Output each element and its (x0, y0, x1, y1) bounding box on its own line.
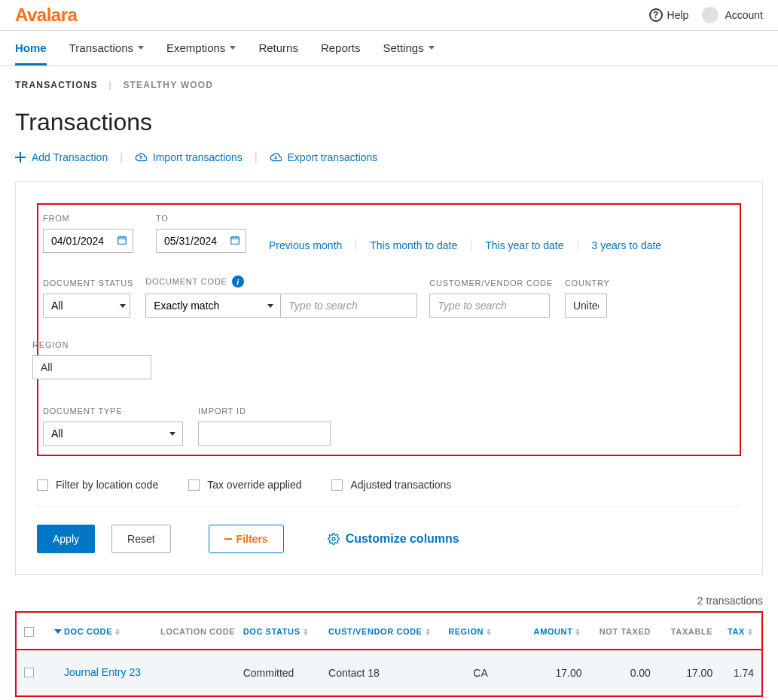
account-menu[interactable]: Account (702, 7, 763, 23)
country-input[interactable] (565, 294, 607, 318)
import-id-input[interactable] (198, 422, 331, 446)
chevron-down-icon (429, 46, 435, 50)
region-label: REGION (32, 340, 151, 349)
doc-status-label: DOCUMENT STATUS (43, 278, 133, 288)
breadcrumb-main[interactable]: TRANSACTIONS (15, 80, 98, 90)
result-count: 2 transactions (0, 575, 778, 611)
doc-type-select[interactable]: All (43, 422, 183, 446)
tax-override-check[interactable]: Tax override applied (188, 479, 301, 491)
quicklink[interactable]: Previous month (269, 239, 355, 251)
table-header: DOC CODE LOCATION CODE DOC STATUS CUST/V… (17, 613, 761, 650)
gear-icon (328, 533, 340, 545)
table-row: Journal Entry 23CommittedContact 18CA17.… (17, 649, 761, 695)
results-table: DOC CODE LOCATION CODE DOC STATUS CUST/V… (15, 611, 763, 697)
divider (37, 506, 741, 507)
import-id-field: IMPORT ID (198, 406, 331, 446)
nav-home[interactable]: Home (15, 31, 47, 65)
doc-code-search-input[interactable] (280, 294, 417, 318)
doc-type-label: DOCUMENT TYPE (43, 406, 183, 415)
help-link[interactable]: ? Help (649, 8, 689, 22)
calendar-icon[interactable] (117, 235, 127, 245)
import-transactions-button[interactable]: Import transactions (135, 151, 243, 163)
cell-cust: Contact 18 (328, 667, 448, 679)
reset-button[interactable]: Reset (111, 525, 171, 553)
filters-btn-label: Filters (236, 533, 268, 545)
cell-not-taxed: 0.00 (581, 667, 650, 679)
th-region[interactable]: REGION (448, 627, 513, 636)
th-location[interactable]: LOCATION CODE (160, 627, 243, 636)
nav-reports[interactable]: Reports (321, 31, 361, 65)
to-label: TO (156, 214, 246, 223)
checkbox-icon (37, 479, 48, 491)
nav-transactions[interactable]: Transactions (69, 31, 144, 65)
svg-point-2 (332, 537, 335, 540)
info-icon[interactable]: i (232, 275, 244, 288)
nav-settings[interactable]: Settings (383, 31, 434, 65)
sep: | (255, 151, 258, 163)
help-label: Help (667, 9, 689, 21)
cell-status: Committed (243, 667, 328, 679)
doc-code-match-select[interactable]: Exactly match (145, 294, 281, 318)
th-cust-vendor[interactable]: CUST/VENDOR CODE (328, 627, 448, 636)
account-label: Account (725, 9, 763, 21)
adjusted-check[interactable]: Adjusted transactions (331, 479, 451, 491)
check-adjusted-label: Adjusted transactions (350, 479, 451, 491)
import-label: Import transactions (153, 151, 243, 163)
filter-panel: FROM TO Previous monthThis month to date… (15, 181, 763, 575)
th-doc-code[interactable]: DOC CODE (64, 627, 160, 636)
apply-button[interactable]: Apply (37, 525, 95, 553)
export-label: Export transactions (288, 151, 378, 163)
th-taxable[interactable]: TAXABLE (651, 627, 712, 636)
th-not-taxed[interactable]: NOT TAXED (581, 627, 650, 636)
cell-tax: 1.74 (712, 667, 754, 679)
sep: | (120, 151, 123, 163)
page-title: Transactions (0, 90, 778, 151)
select-all-checkbox[interactable] (24, 627, 34, 637)
sort-icon (575, 628, 581, 635)
sort-icon (304, 628, 310, 635)
row-checkbox[interactable] (24, 668, 34, 677)
nav-returns[interactable]: Returns (258, 31, 298, 65)
nav-exemptions[interactable]: Exemptions (166, 31, 236, 65)
cell-amount: 17.00 (513, 667, 581, 679)
th-doc-status[interactable]: DOC STATUS (243, 627, 328, 636)
help-icon: ? (649, 8, 663, 22)
th-amount[interactable]: AMOUNT (513, 627, 581, 636)
customize-columns-link[interactable]: Customize columns (328, 532, 459, 546)
sort-icon (487, 628, 493, 635)
cust-input[interactable] (429, 294, 550, 318)
quicklink[interactable]: 3 years to date (578, 239, 676, 251)
th-tax[interactable]: TAX (712, 627, 754, 636)
filter-location-check[interactable]: Filter by location code (37, 479, 158, 491)
chevron-down-icon (138, 46, 144, 50)
add-transaction-label: Add Transaction (32, 151, 108, 163)
from-field: FROM (43, 214, 133, 253)
add-transaction-button[interactable]: Add Transaction (15, 151, 108, 163)
plus-icon (15, 152, 26, 163)
topbar: Avalara ? Help Account (0, 0, 778, 31)
doc-status-field: DOCUMENT STATUS All (43, 278, 133, 318)
doc-code-link[interactable]: Journal Entry 23 (64, 666, 141, 678)
to-field: TO (156, 214, 246, 253)
from-label: FROM (43, 214, 133, 223)
checkbox-icon (331, 479, 343, 491)
main-nav: HomeTransactionsExemptionsReturnsReports… (0, 31, 778, 66)
doc-status-select[interactable]: All (43, 294, 130, 318)
import-icon (135, 151, 147, 163)
region-input[interactable] (32, 355, 151, 379)
avatar (702, 7, 719, 23)
sort-icon (426, 628, 432, 635)
calendar-icon[interactable] (230, 235, 240, 245)
filter-highlight: FROM TO Previous monthThis month to date… (37, 203, 741, 456)
cust-field: CUSTOMER/VENDOR CODE (429, 278, 553, 318)
svg-rect-0 (118, 237, 127, 244)
export-transactions-button[interactable]: Export transactions (270, 151, 378, 163)
row-expand-toggle[interactable] (52, 625, 64, 638)
button-row: Apply Reset Filters Customize columns (37, 525, 741, 553)
brand-logo[interactable]: Avalara (15, 5, 77, 26)
quicklink[interactable]: This month to date (355, 239, 471, 251)
cust-label: CUSTOMER/VENDOR CODE (429, 278, 553, 288)
customize-label: Customize columns (346, 532, 459, 546)
filters-toggle-button[interactable]: Filters (209, 525, 284, 553)
quicklink[interactable]: This year to date (471, 239, 577, 251)
